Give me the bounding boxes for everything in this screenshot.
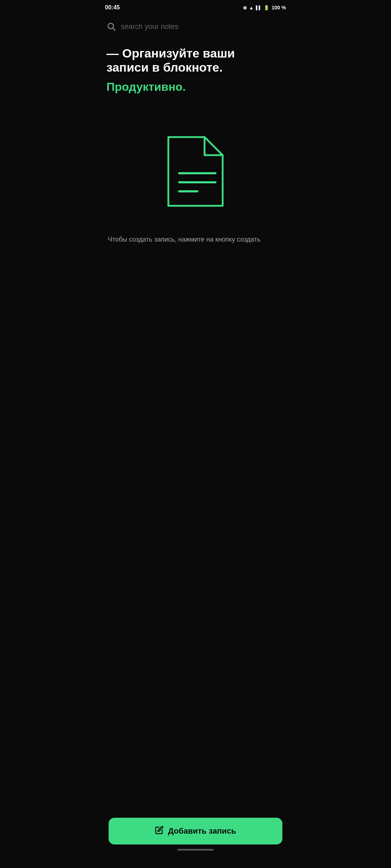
home-indicator [109,849,282,851]
svg-line-1 [113,28,115,30]
search-placeholder: search your notes [121,22,178,31]
headline-line2: записи в блокноте. [106,60,223,74]
subheadline: Продуктивно. [106,80,285,94]
signal-icon: ▌▌ [256,5,262,10]
battery-percent: 100 % [272,5,286,10]
add-note-button[interactable]: Добавить запись [109,818,282,844]
pencil-icon [155,826,164,837]
illustration-wrap [106,108,285,227]
search-bar[interactable]: search your notes [98,15,293,38]
status-bar: 00:45 ⊕ ▲ ▌▌ 🔋 100 % [98,0,293,14]
bottom-area: Добавить запись [98,818,293,868]
battery-icon: 🔋 [264,5,269,10]
headline-text: Организуйте ваши [119,46,235,60]
search-icon [106,22,116,31]
main-content: — Организуйте ваши записи в блокноте. Пр… [98,39,293,244]
wifi-icon: ▲ [249,5,254,10]
headline: — Организуйте ваши записи в блокноте. [106,46,285,75]
note-illustration [148,123,243,217]
empty-hint: Чтобы создать запись, нажмите на кнопку … [106,235,285,244]
status-right: ⊕ ▲ ▌▌ 🔋 100 % [243,5,286,10]
alarm-icon: ⊕ [243,5,247,10]
headline-dash: — [106,46,119,60]
add-button-label: Добавить запись [168,826,236,836]
status-time: 00:45 [105,4,120,11]
home-indicator-bar [177,849,214,851]
